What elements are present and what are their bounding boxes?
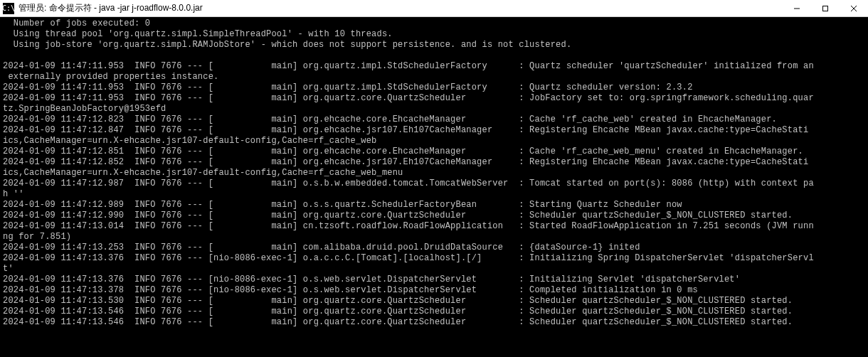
minimize-button[interactable] — [783, 0, 811, 17]
console-line: 2024-01-09 11:47:11.953 INFO 7676 --- [ … — [3, 82, 865, 93]
console-line: t' — [3, 264, 865, 275]
console-line: 2024-01-09 11:47:11.953 INFO 7676 --- [ … — [3, 61, 865, 72]
console-line: h '' — [3, 189, 865, 200]
console-line: 2024-01-09 11:47:12.987 INFO 7676 --- [ … — [3, 178, 865, 189]
console-line: tz.SpringBeanJobFactory@1953efd — [3, 104, 865, 114]
console-line: 2024-01-09 11:47:12.851 INFO 7676 --- [ … — [3, 146, 865, 157]
console-line: 2024-01-09 11:47:13.546 INFO 7676 --- [ … — [3, 317, 865, 328]
console-line: Using thread pool 'org.quartz.simpl.Simp… — [3, 29, 865, 40]
console-line: 2024-01-09 11:47:13.546 INFO 7676 --- [ … — [3, 307, 865, 317]
console-line: 2024-01-09 11:47:13.376 INFO 7676 --- [n… — [3, 253, 865, 264]
console-line: ics,CacheManager=urn.X-ehcache.jsr107-de… — [3, 136, 865, 146]
console-line: 2024-01-09 11:47:12.823 INFO 7676 --- [ … — [3, 114, 865, 125]
console-line: ng for 7.851) — [3, 232, 865, 243]
svg-rect-1 — [823, 6, 828, 11]
close-icon — [850, 5, 857, 12]
console-line: 2024-01-09 11:47:13.530 INFO 7676 --- [ … — [3, 296, 865, 307]
console-line: externally provided properties instance. — [3, 72, 865, 82]
console-line — [3, 50, 865, 61]
console-line: 2024-01-09 11:47:12.989 INFO 7676 --- [ … — [3, 200, 865, 211]
maximize-icon — [822, 5, 829, 12]
close-button[interactable] — [840, 0, 868, 17]
console-line: 2024-01-09 11:47:11.953 INFO 7676 --- [ … — [3, 93, 865, 104]
maximize-button[interactable] — [811, 0, 840, 17]
console-line: 2024-01-09 11:47:12.847 INFO 7676 --- [ … — [3, 125, 865, 136]
window-title: 管理员: 命令提示符 - java -jar j-roadflow-8.0.0.… — [18, 2, 203, 14]
console-line: 2024-01-09 11:47:13.378 INFO 7676 --- [n… — [3, 285, 865, 296]
window-controls — [783, 0, 868, 16]
minimize-icon — [793, 5, 800, 12]
console-line: Number of jobs executed: 0 — [3, 18, 865, 29]
console-output[interactable]: Number of jobs executed: 0 Using thread … — [0, 17, 868, 357]
console-line: 2024-01-09 11:47:12.990 INFO 7676 --- [ … — [3, 211, 865, 221]
console-line: 2024-01-09 11:47:12.852 INFO 7676 --- [ … — [3, 157, 865, 168]
console-line: ics,CacheManager=urn.X-ehcache.jsr107-de… — [3, 168, 865, 178]
console-line: Using job-store 'org.quartz.simpl.RAMJob… — [3, 40, 865, 50]
console-line: 2024-01-09 11:47:13.014 INFO 7676 --- [ … — [3, 221, 865, 232]
window-titlebar[interactable]: C:\ 管理员: 命令提示符 - java -jar j-roadflow-8.… — [0, 0, 868, 17]
console-line: 2024-01-09 11:47:13.376 INFO 7676 --- [n… — [3, 275, 865, 285]
console-line: 2024-01-09 11:47:13.253 INFO 7676 --- [ … — [3, 243, 865, 253]
cmd-icon: C:\ — [3, 3, 14, 14]
